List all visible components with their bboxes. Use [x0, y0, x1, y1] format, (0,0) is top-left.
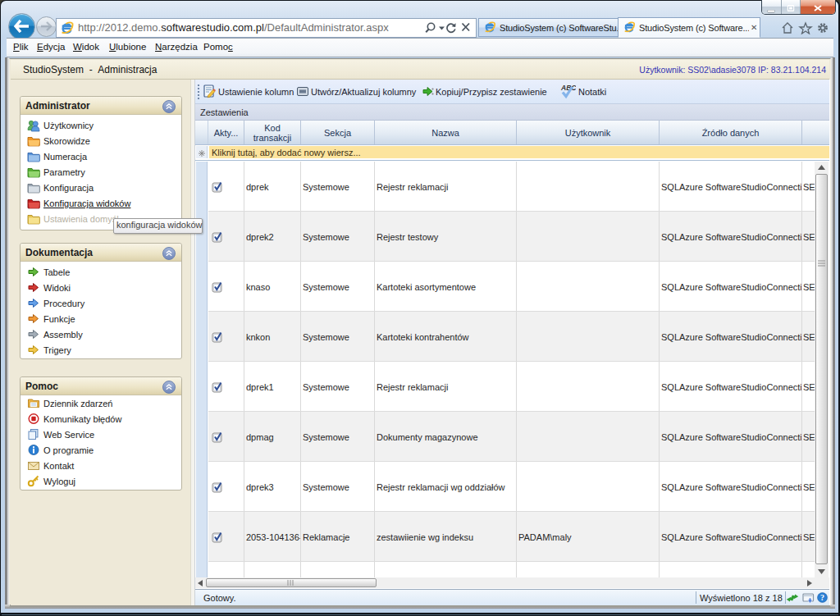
svg-text:ABC: ABC	[560, 84, 576, 92]
svg-text:?: ?	[820, 593, 824, 602]
